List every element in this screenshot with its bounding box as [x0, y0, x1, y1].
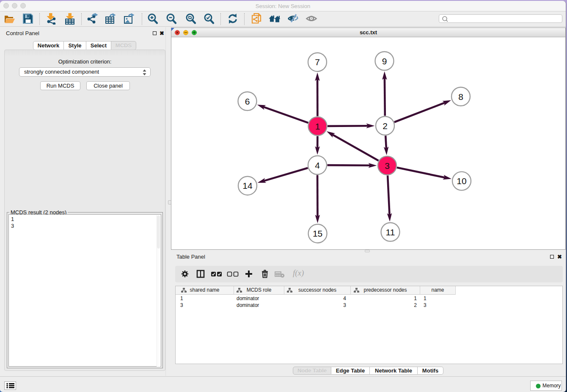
svg-text:15: 15: [313, 229, 322, 238]
svg-text:6: 6: [245, 97, 250, 106]
svg-text:9: 9: [382, 56, 387, 66]
svg-text:1: 1: [315, 121, 320, 131]
svg-text:14: 14: [242, 181, 253, 190]
svg-text:3: 3: [385, 161, 390, 171]
svg-text:2: 2: [383, 121, 388, 131]
svg-text:8: 8: [458, 92, 463, 102]
svg-text:10: 10: [457, 176, 466, 186]
svg-text:4: 4: [315, 160, 320, 170]
svg-text:11: 11: [386, 227, 395, 237]
svg-text:7: 7: [315, 57, 320, 67]
